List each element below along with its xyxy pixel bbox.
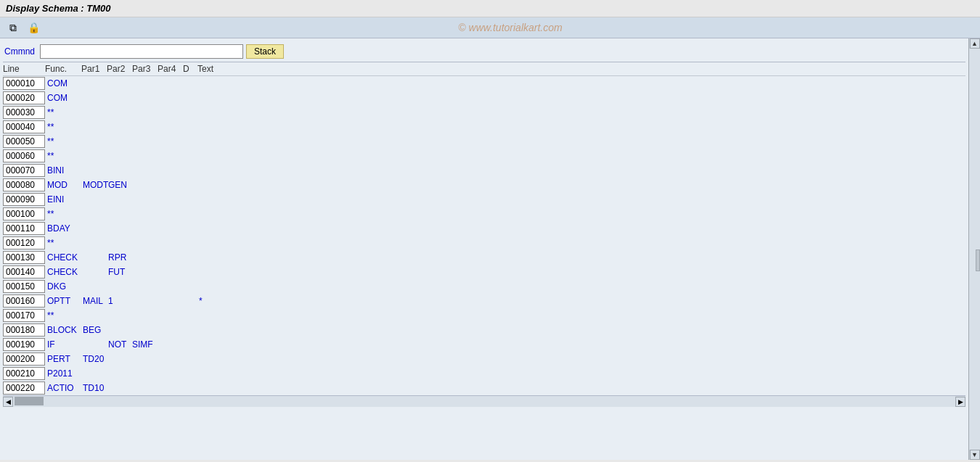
cell-line[interactable]: 000080 bbox=[3, 178, 45, 191]
table-row: 000160OPTTMAIL1* bbox=[3, 294, 965, 308]
command-input[interactable] bbox=[40, 44, 243, 59]
rows-container: 000010COM000020COM000030**000040**000050… bbox=[3, 76, 965, 395]
cell-par1: MAIL bbox=[81, 296, 107, 306]
cell-line[interactable]: 000010 bbox=[3, 77, 45, 90]
table-row: 000070BINI bbox=[3, 163, 965, 178]
table-row: 000060** bbox=[3, 149, 965, 163]
cell-par2: 1 bbox=[107, 296, 132, 306]
cell-func: CHECK bbox=[45, 252, 81, 263]
cell-func: ** bbox=[45, 310, 81, 321]
title-bar: Display Schema : TM00 bbox=[0, 0, 980, 17]
table-row: 000020COM bbox=[3, 91, 965, 105]
table-row: 000090EINI bbox=[3, 192, 965, 207]
command-bar: Cmmnd Stack bbox=[3, 41, 965, 62]
page-title: Display Schema : TM00 bbox=[6, 3, 111, 14]
cell-line[interactable]: 000190 bbox=[3, 338, 45, 351]
col-header-line: Line bbox=[3, 64, 45, 74]
col-header-par3: Par3 bbox=[132, 64, 158, 74]
cell-line[interactable]: 000030 bbox=[3, 106, 45, 119]
col-header-par2: Par2 bbox=[107, 64, 132, 74]
stack-button[interactable]: Stack bbox=[246, 44, 284, 59]
cell-func: ** bbox=[45, 151, 81, 161]
table-row: 000200PERTTD20 bbox=[3, 352, 965, 366]
cell-line[interactable]: 000060 bbox=[3, 149, 45, 162]
cell-par2: FUT bbox=[107, 267, 132, 277]
cell-line[interactable]: 000210 bbox=[3, 367, 45, 380]
cell-par2: RPR bbox=[107, 252, 132, 263]
table-row: 000120** bbox=[3, 236, 965, 250]
watermark: © www.tutorialkart.com bbox=[46, 22, 974, 33]
col-header-func: Func. bbox=[45, 64, 81, 74]
cell-line[interactable]: 000070 bbox=[3, 164, 45, 177]
table-row: 000080MODMODTGEN bbox=[3, 178, 965, 192]
cell-func: P2011 bbox=[45, 368, 81, 379]
scroll-track[interactable] bbox=[969, 49, 980, 450]
cell-line[interactable]: 000100 bbox=[3, 207, 45, 220]
h-scroll-thumb[interactable] bbox=[15, 397, 44, 405]
col-header-par4: Par4 bbox=[158, 64, 183, 74]
cell-par1: TD20 bbox=[81, 354, 107, 364]
cell-func: ** bbox=[45, 136, 81, 147]
cell-line[interactable]: 000050 bbox=[3, 135, 45, 148]
cell-func: IF bbox=[45, 339, 81, 350]
h-scroll-track[interactable] bbox=[13, 396, 955, 407]
cell-line[interactable]: 000090 bbox=[3, 193, 45, 206]
cell-line[interactable]: 000220 bbox=[3, 381, 45, 395]
cell-func: MOD bbox=[45, 180, 81, 190]
cell-par1: MODT bbox=[81, 180, 107, 190]
cell-line[interactable]: 000130 bbox=[3, 251, 45, 264]
cell-func: ** bbox=[45, 209, 81, 219]
cell-func: BINI bbox=[45, 165, 81, 176]
table-row: 000040** bbox=[3, 120, 965, 134]
h-scroll-right[interactable]: ▶ bbox=[955, 397, 965, 407]
cell-line[interactable]: 000120 bbox=[3, 236, 45, 249]
cell-line[interactable]: 000160 bbox=[3, 294, 45, 308]
scroll-up-arrow[interactable]: ▲ bbox=[970, 38, 980, 49]
content-area[interactable]: Cmmnd Stack Line Func. Par1 Par2 Par3 Pa… bbox=[0, 38, 968, 460]
cell-line[interactable]: 000140 bbox=[3, 265, 45, 279]
cell-line[interactable]: 000150 bbox=[3, 280, 45, 293]
table-row: 000210P2011 bbox=[3, 366, 965, 381]
table-row: 000050** bbox=[3, 134, 965, 149]
cell-line[interactable]: 000040 bbox=[3, 120, 45, 133]
vertical-scrollbar[interactable]: ▲ ▼ bbox=[968, 38, 980, 460]
cell-text: * bbox=[197, 296, 343, 306]
cell-func: ** bbox=[45, 238, 81, 248]
cell-par2: GEN bbox=[107, 180, 132, 190]
toolbar: ⧉ 🔒 © www.tutorialkart.com bbox=[0, 17, 980, 38]
lock-icon[interactable]: 🔒 bbox=[26, 20, 41, 35]
col-header-d: D bbox=[183, 64, 197, 74]
scroll-resize-handle[interactable] bbox=[976, 249, 980, 271]
cell-line[interactable]: 000170 bbox=[3, 309, 45, 322]
column-headers: Line Func. Par1 Par2 Par3 Par4 D Text bbox=[3, 62, 965, 76]
table-row: 000150DKG bbox=[3, 279, 965, 294]
main-container: Cmmnd Stack Line Func. Par1 Par2 Par3 Pa… bbox=[0, 38, 980, 460]
cell-line[interactable]: 000110 bbox=[3, 222, 45, 235]
cell-par1: BEG bbox=[81, 325, 107, 335]
cell-par3: SIMF bbox=[132, 339, 158, 350]
cell-func: COM bbox=[45, 93, 81, 103]
table-row: 000010COM bbox=[3, 76, 965, 91]
cell-func: PERT bbox=[45, 354, 81, 364]
table-row: 000180BLOCKBEG bbox=[3, 323, 965, 337]
cell-line[interactable]: 000180 bbox=[3, 323, 45, 337]
scroll-down-arrow[interactable]: ▼ bbox=[970, 450, 980, 460]
table-row: 000220ACTIOTD10 bbox=[3, 381, 965, 395]
table-row: 000030** bbox=[3, 105, 965, 120]
cell-func: ** bbox=[45, 107, 81, 117]
col-header-text: Text bbox=[197, 64, 343, 74]
horizontal-scrollbar[interactable]: ◀ ▶ bbox=[3, 395, 965, 407]
cell-line[interactable]: 000020 bbox=[3, 91, 45, 104]
cell-par1: TD10 bbox=[81, 383, 107, 393]
table-row: 000190IFNOTSIMF bbox=[3, 337, 965, 352]
table-row: 000170** bbox=[3, 308, 965, 323]
table-row: 000110BDAY bbox=[3, 221, 965, 236]
command-label: Cmmnd bbox=[4, 46, 37, 57]
table-row: 000140CHECKFUT bbox=[3, 265, 965, 279]
h-scroll-left[interactable]: ◀ bbox=[3, 397, 13, 407]
cell-func: ACTIO bbox=[45, 383, 81, 393]
cursor-icon[interactable]: ⧉ bbox=[6, 20, 20, 35]
cell-func: BLOCK bbox=[45, 325, 81, 335]
cell-line[interactable]: 000200 bbox=[3, 352, 45, 366]
cell-func: EINI bbox=[45, 194, 81, 205]
